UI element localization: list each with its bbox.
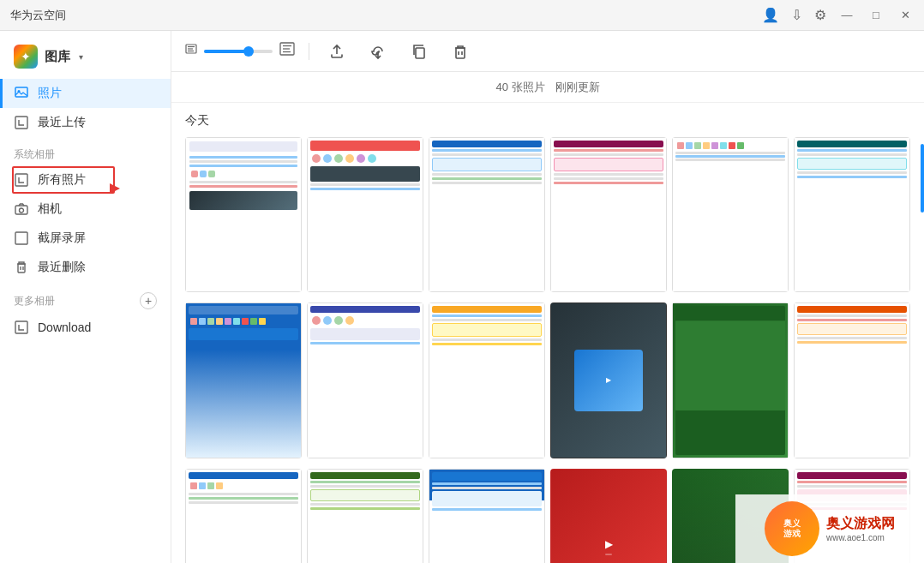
minimize-button[interactable]: — [838,7,855,24]
svg-rect-7 [18,264,25,273]
cloud-download-button[interactable] [364,38,392,65]
photo-grid-row-1 [185,137,910,292]
download-folder-icon [14,320,29,335]
svg-rect-10 [15,321,27,333]
sidebar-label-camera: 相机 [38,201,62,217]
sidebar-label-screenshot: 截屏录屏 [38,231,86,246]
svg-rect-2 [15,117,27,129]
user-icon[interactable]: 👤 [762,7,779,23]
sidebar-label-deleted: 最近删除 [38,260,86,275]
photo-thumb[interactable] [794,302,910,458]
app-body: ✦ 图库 ▾ 照片 最近上传 系统相册 [0,31,924,563]
status-updated: 刚刚更新 [555,80,600,95]
sidebar-label-recent: 最近上传 [38,115,86,130]
watermark-text-block: 奥义游戏网 www.aoe1.com [826,515,895,542]
date-label: 今天 [185,113,910,129]
sidebar-item-screenshot[interactable]: 截屏录屏 [0,224,171,253]
svg-rect-19 [416,48,424,58]
status-bar: 40 张照片 刚刚更新 [171,72,924,103]
logo-star: ✦ [21,50,31,63]
photo-thumb[interactable] [307,302,423,458]
add-album-button[interactable]: + [140,292,157,309]
delete-button[interactable] [447,38,474,65]
trash-icon [14,260,29,275]
watermark-brand-text: 奥义游戏 [783,518,801,539]
sidebar-item-recent[interactable]: 最近上传 [0,108,171,137]
svg-point-5 [20,208,24,213]
sidebar-item-photos[interactable]: 照片 [0,79,171,108]
size-slider[interactable] [204,50,273,53]
sidebar-label-download: Download [38,320,91,334]
screenshot-icon [14,231,29,246]
camera-icon [14,201,29,217]
photo-thumb[interactable] [307,137,423,292]
sidebar-item-all-photos[interactable]: 所有照片 [0,165,171,195]
slider-track [204,50,245,53]
photo-thumb[interactable] [307,469,423,563]
slider-thumb[interactable] [243,46,254,57]
photo-thumb[interactable] [185,302,302,458]
app-logo: ✦ [14,45,38,69]
settings-icon[interactable]: ⚙ [814,7,826,23]
sidebar-label-photos: 照片 [38,86,62,101]
svg-rect-6 [15,232,27,244]
close-button[interactable]: ✕ [897,7,914,24]
sidebar-label-all-photos: 所有照片 [38,172,86,188]
window-controls: 👤 ⇩ ⚙ — □ ✕ [762,7,914,24]
photo-thumb[interactable]: ▶ [550,302,667,458]
titlebar: 华为云空间 👤 ⇩ ⚙ — □ ✕ [0,0,924,31]
download-header-icon[interactable]: ⇩ [791,7,802,23]
svg-rect-3 [15,174,27,186]
photo-thumb[interactable] [185,137,302,292]
photo-thumb[interactable] [429,469,545,563]
photo-thumb[interactable] [550,137,667,292]
recent-icon [14,115,29,130]
photo-count: 40 张照片 [495,80,544,95]
photo-grid-row-2: ▶ [185,302,910,458]
watermark: 奥义游戏 奥义游戏网 www.aoe1.com [735,494,924,563]
sidebar-item-download[interactable]: Download [0,313,171,342]
content-area: 40 张照片 刚刚更新 今天 [171,31,924,563]
sidebar-dropdown-arrow[interactable]: ▾ [79,52,83,62]
photo-thumb[interactable] [429,137,545,292]
photo-thumb[interactable] [794,137,910,292]
sidebar: ✦ 图库 ▾ 照片 最近上传 系统相册 [0,31,171,563]
more-albums-header: 更多相册 + [0,282,171,313]
size-slider-container [185,42,295,61]
app-title: 华为云空间 [10,8,762,23]
photo-thumb[interactable] [185,469,302,563]
svg-rect-0 [15,87,27,97]
watermark-main: 奥义游戏网 [826,515,895,533]
photo-grid-container[interactable]: 今天 [171,103,924,563]
photo-thumb[interactable] [672,137,789,292]
sidebar-title: 图库 [45,49,70,65]
sidebar-item-deleted[interactable]: 最近删除 [0,253,171,282]
photo-thumb[interactable] [672,302,789,458]
copy-button[interactable] [405,38,433,65]
section-system-albums: 系统相册 [0,137,171,165]
photo-thumb[interactable]: ▶ [550,469,667,563]
watermark-sub: www.aoe1.com [826,533,895,542]
size-large-icon [279,42,295,61]
all-photos-icon [14,172,29,188]
more-albums-label: 更多相册 [14,294,135,308]
photos-icon [14,86,29,101]
toolbar [171,31,924,72]
photo-thumb[interactable] [429,302,545,458]
sidebar-item-camera[interactable]: 相机 [0,195,171,224]
svg-rect-20 [456,48,465,58]
size-small-icon [185,44,197,58]
maximize-button[interactable]: □ [867,7,885,24]
watermark-logo: 奥义游戏 [765,501,819,556]
sidebar-header[interactable]: ✦ 图库 ▾ [0,38,171,79]
toolbar-divider [309,43,309,60]
upload-button[interactable] [323,38,351,65]
